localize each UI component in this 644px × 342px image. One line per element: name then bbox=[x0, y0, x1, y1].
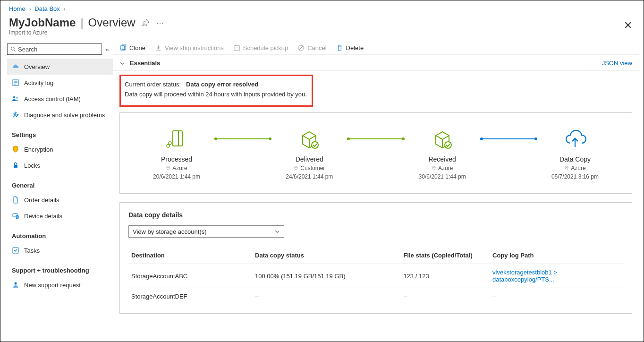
view-by-select[interactable]: View by storage account(s) bbox=[128, 225, 284, 238]
step-date: 24/6/2021 1:44 pm bbox=[286, 171, 333, 180]
calendar-icon bbox=[233, 44, 240, 51]
sidebar-item-order-details[interactable]: Order details bbox=[7, 192, 113, 208]
json-view-link[interactable]: JSON view bbox=[602, 60, 632, 67]
timeline-step-datacopy: Data Copy Azure 05/7/2021 3:16 pm bbox=[528, 129, 622, 180]
status-highlight-box: Current order status: Data copy error re… bbox=[119, 75, 313, 107]
sidebar-item-label: Access control (IAM) bbox=[24, 95, 81, 103]
cancel-icon bbox=[297, 44, 305, 51]
button-label: Schedule pickup bbox=[243, 44, 288, 51]
svg-rect-11 bbox=[13, 248, 18, 253]
sidebar-item-label: Locks bbox=[24, 162, 40, 169]
chevron-down-icon bbox=[274, 229, 280, 234]
activity-log-icon bbox=[12, 79, 19, 86]
button-label: Clone bbox=[129, 44, 145, 51]
cancel-button[interactable]: Cancel bbox=[297, 44, 326, 51]
table-row: StorageAccountDEF -- -- -- bbox=[128, 288, 623, 305]
details-title: Data copy details bbox=[128, 211, 623, 225]
col-log: Copy log Path bbox=[490, 248, 623, 264]
sidebar-item-new-support[interactable]: New support request bbox=[7, 277, 113, 293]
clone-icon bbox=[119, 44, 127, 51]
ship-instructions-button[interactable]: View ship instructions bbox=[155, 44, 224, 51]
button-label: Delete bbox=[346, 44, 364, 51]
svg-point-6 bbox=[13, 96, 15, 98]
search-input[interactable]: Search bbox=[7, 43, 102, 55]
received-icon bbox=[431, 129, 454, 150]
step-loc: Customer bbox=[300, 165, 325, 171]
select-value: View by storage account(s) bbox=[133, 228, 207, 235]
cell-log-link[interactable]: vivekstoragetestblob1 > databoxcopylog/P… bbox=[490, 264, 623, 288]
section-title: Overview bbox=[88, 16, 136, 29]
button-label: View ship instructions bbox=[165, 44, 224, 51]
step-title: Processed bbox=[161, 150, 192, 163]
button-label: Cancel bbox=[307, 44, 326, 51]
job-type-label: Import to Azure bbox=[0, 29, 644, 41]
sidebar-item-access[interactable]: Access control (IAM) bbox=[7, 91, 113, 107]
sidebar-item-label: Activity log bbox=[24, 79, 53, 86]
download-icon bbox=[155, 44, 162, 51]
trash-icon bbox=[336, 44, 343, 51]
cell-stats: -- bbox=[400, 288, 490, 305]
sidebar-item-locks[interactable]: Locks bbox=[7, 157, 113, 173]
timeline-step-processed: Processed Azure 20/6/2021 1:44 pm bbox=[129, 129, 224, 180]
command-toolbar: Clone View ship instructions Schedule pi… bbox=[113, 41, 639, 54]
chevron-right-icon: › bbox=[64, 6, 66, 12]
people-icon bbox=[12, 95, 19, 103]
schedule-pickup-button[interactable]: Schedule pickup bbox=[233, 44, 288, 51]
step-loc: Azure bbox=[172, 165, 187, 171]
svg-rect-21 bbox=[173, 131, 182, 146]
tasks-icon bbox=[12, 247, 19, 254]
job-name-title: MyJobName bbox=[9, 16, 76, 29]
sidebar-item-label: Tasks bbox=[24, 247, 40, 254]
search-icon bbox=[10, 46, 16, 52]
sidebar-item-tasks[interactable]: Tasks bbox=[7, 242, 113, 258]
delete-button[interactable]: Delete bbox=[336, 44, 364, 51]
close-icon[interactable]: ✕ bbox=[624, 19, 632, 32]
device-icon bbox=[12, 212, 19, 220]
collapse-sidebar-icon[interactable]: « bbox=[106, 46, 109, 53]
svg-rect-10 bbox=[16, 215, 18, 219]
location-icon bbox=[564, 166, 569, 171]
sidebar-item-activity[interactable]: Activity log bbox=[7, 75, 113, 91]
svg-point-28 bbox=[445, 142, 451, 148]
more-icon[interactable]: ⋯ bbox=[156, 18, 164, 27]
sidebar-item-device-details[interactable]: Device details bbox=[7, 208, 113, 224]
step-loc: Azure bbox=[571, 165, 585, 171]
essentials-header[interactable]: Essentials JSON view bbox=[113, 54, 639, 71]
content-pane: Clone View ship instructions Schedule pi… bbox=[113, 41, 644, 334]
pin-icon[interactable] bbox=[142, 19, 150, 26]
svg-point-26 bbox=[312, 142, 318, 148]
breadcrumb: Home › Data Box › bbox=[0, 0, 644, 14]
sidebar-item-diagnose[interactable]: Diagnose and solve problems bbox=[7, 107, 113, 123]
sidebar-item-label: Overview bbox=[24, 63, 50, 70]
cell-dest: StorageAccountDEF bbox=[128, 288, 252, 305]
sidebar-section-settings: Settings bbox=[7, 123, 113, 141]
cloud-icon bbox=[12, 63, 19, 70]
clone-button[interactable]: Clone bbox=[119, 44, 145, 51]
breadcrumb-home[interactable]: Home bbox=[9, 5, 25, 12]
timeline-step-delivered: Delivered Customer 24/6/2021 1:44 pm bbox=[262, 129, 356, 180]
col-destination: Destination bbox=[128, 248, 252, 264]
sidebar: Search « Overview Activity log Access co… bbox=[0, 41, 113, 334]
table-row: StorageAccountABC 100.00% (151.19 GB/151… bbox=[128, 264, 623, 288]
sidebar-item-label: Order details bbox=[24, 197, 59, 204]
cell-stats: 123 / 123 bbox=[400, 264, 490, 288]
cell-log-link[interactable]: -- bbox=[490, 288, 623, 305]
step-date: 20/6/2021 1:44 pm bbox=[153, 171, 200, 180]
chevron-right-icon: › bbox=[29, 6, 31, 12]
step-loc: Azure bbox=[438, 165, 453, 171]
sidebar-item-encryption[interactable]: Encryption bbox=[7, 141, 113, 157]
sidebar-section-general: General bbox=[7, 173, 113, 192]
svg-point-27 bbox=[296, 167, 297, 168]
breadcrumb-databox[interactable]: Data Box bbox=[34, 5, 59, 12]
location-icon bbox=[432, 166, 436, 171]
data-copy-details: Data copy details View by storage accoun… bbox=[119, 202, 632, 314]
svg-point-7 bbox=[16, 97, 18, 99]
support-icon bbox=[12, 281, 19, 289]
status-prefix: Current order status: bbox=[125, 81, 181, 88]
svg-line-1 bbox=[14, 50, 16, 51]
lock-icon bbox=[12, 162, 19, 169]
sidebar-item-overview[interactable]: Overview bbox=[7, 59, 113, 75]
sidebar-item-label: New support request bbox=[24, 282, 81, 289]
svg-point-25 bbox=[168, 167, 169, 168]
wrench-icon bbox=[12, 111, 19, 119]
